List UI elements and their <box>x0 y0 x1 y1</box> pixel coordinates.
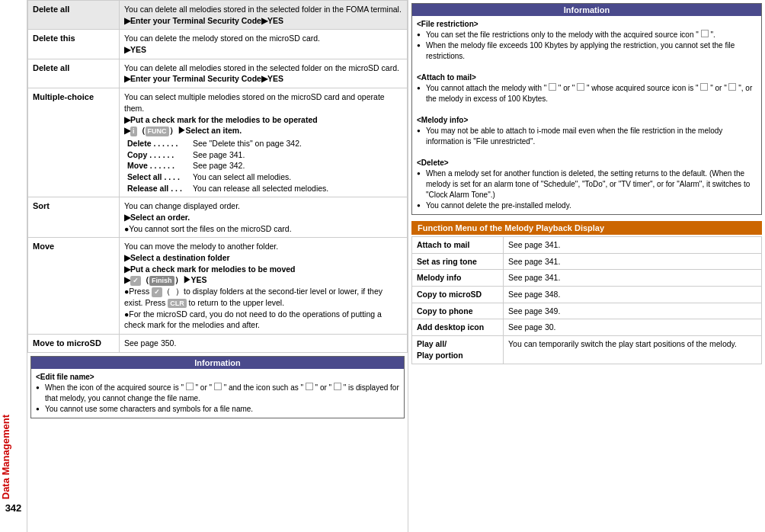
right-file-restriction-bullet-2: When the melody file exceeds 100 Kbytes … <box>417 40 757 62</box>
func-section-header: Function Menu of the Melody Playback Dis… <box>411 221 762 235</box>
func-term-melodyinfo: Melody info <box>412 270 504 287</box>
right-attach-mail-title: <Attach to mail> <box>417 73 476 82</box>
term-move-to-sd: Move to microSD <box>28 334 120 352</box>
table-row: Sort You can change displayed order. ▶Se… <box>28 197 408 238</box>
desc-move: You can move the melody to another folde… <box>120 238 408 335</box>
sidebar-label: Data Management <box>0 407 27 499</box>
main-content: Delete all You can delete all melodies s… <box>27 0 765 532</box>
table-row: Move You can move the melody to another … <box>28 238 408 335</box>
page-number: 342 <box>0 499 27 517</box>
desc-move-to-sd: See page 350. <box>120 334 408 352</box>
term-move: Move <box>28 238 120 335</box>
term-sort: Sort <box>28 197 120 238</box>
table-row: Delete this You can delete the melody st… <box>28 30 408 59</box>
func-row-copy-sd: Copy to microSD See page 348. <box>412 287 762 303</box>
right-info-header: Information <box>412 4 761 16</box>
desc-delete-all-sd: You can delete all melodies stored in th… <box>120 59 408 88</box>
func-term-ringtone: Set as ring tone <box>412 253 504 270</box>
left-info-box: Information <Edit file name> When the ic… <box>30 356 405 418</box>
func-desc-desktop: See page 30. <box>504 319 762 336</box>
sidebar: Data Management 342 <box>0 0 27 532</box>
func-term-play: Play all/Play portion <box>412 336 504 364</box>
desc-multiple-choice: You can select multiple melodies stored … <box>120 88 408 197</box>
func-term-copy-sd: Copy to microSD <box>412 287 504 303</box>
desc-delete-this: You can delete the melody stored on the … <box>120 30 408 59</box>
left-info-bullet-1: When the icon of the acquired source is … <box>36 383 399 404</box>
func-desc-copy-phone: See page 349. <box>504 303 762 319</box>
func-desc-melodyinfo: See page 341. <box>504 270 762 287</box>
desc-sort: You can change displayed order. ▶Select … <box>120 197 408 238</box>
table-row: Multiple-choice You can select multiple … <box>28 88 408 197</box>
table-row: Move to microSD See page 350. <box>28 334 408 352</box>
func-row-copy-phone: Copy to phone See page 349. <box>412 303 762 319</box>
right-info-box: Information <File restriction> You can s… <box>411 3 762 215</box>
term-delete-all-top: Delete all <box>28 1 120 30</box>
func-desc-attach: See page 341. <box>504 237 762 254</box>
func-term-copy-phone: Copy to phone <box>412 303 504 319</box>
right-delete-bullet-1: When a melody set for another function i… <box>417 168 757 200</box>
left-info-header: Information <box>31 357 404 369</box>
func-desc-ringtone: See page 341. <box>504 253 762 270</box>
left-info-bullet-2: You cannot use some characters and symbo… <box>36 404 399 415</box>
term-multiple-choice: Multiple-choice <box>28 88 120 197</box>
func-desc-copy-sd: See page 348. <box>504 287 762 303</box>
right-melody-info-title: <Melody info> <box>417 116 468 124</box>
term-delete-all-sd: Delete all <box>28 59 120 88</box>
right-file-restriction-bullet-1: You can set the file restrictions only t… <box>417 30 757 40</box>
left-info-section-title: <Edit file name> <box>36 373 94 381</box>
right-func-section: Function Menu of the Melody Playback Dis… <box>408 218 765 367</box>
right-delete-bullet-2: You cannot delete the pre-installed melo… <box>417 200 757 211</box>
right-info-content: <File restriction> You can set the file … <box>412 16 761 214</box>
func-row-play: Play all/Play portion You can temporaril… <box>412 336 762 364</box>
func-row-melodyinfo: Melody info See page 341. <box>412 270 762 287</box>
right-melody-info-bullet-1: You may not be able to attach to i-mode … <box>417 126 757 147</box>
func-desc-play: You can temporarily switch the play star… <box>504 336 762 364</box>
func-row-attach: Attach to mail See page 341. <box>412 237 762 254</box>
right-panel: Information <File restriction> You can s… <box>408 0 765 532</box>
left-info-content: <Edit file name> When the icon of the ac… <box>31 369 404 418</box>
table-row: Delete all You can delete all melodies s… <box>28 1 408 30</box>
left-panel: Delete all You can delete all melodies s… <box>27 0 408 532</box>
func-table: Attach to mail See page 341. Set as ring… <box>411 236 762 364</box>
right-attach-mail-bullet-1: You cannot attach the melody with " " or… <box>417 83 757 104</box>
table-row: Delete all You can delete all melodies s… <box>28 59 408 88</box>
term-delete-this: Delete this <box>28 30 120 59</box>
right-file-restriction-title: <File restriction> <box>417 20 479 28</box>
func-row-desktop: Add desktop icon See page 30. <box>412 319 762 336</box>
left-table: Delete all You can delete all melodies s… <box>27 0 408 353</box>
func-term-desktop: Add desktop icon <box>412 319 504 336</box>
func-term-attach: Attach to mail <box>412 237 504 254</box>
right-delete-title: <Delete> <box>417 159 449 167</box>
func-row-ringtone: Set as ring tone See page 341. <box>412 253 762 270</box>
desc-delete-all-top: You can delete all melodies stored in th… <box>120 1 408 30</box>
